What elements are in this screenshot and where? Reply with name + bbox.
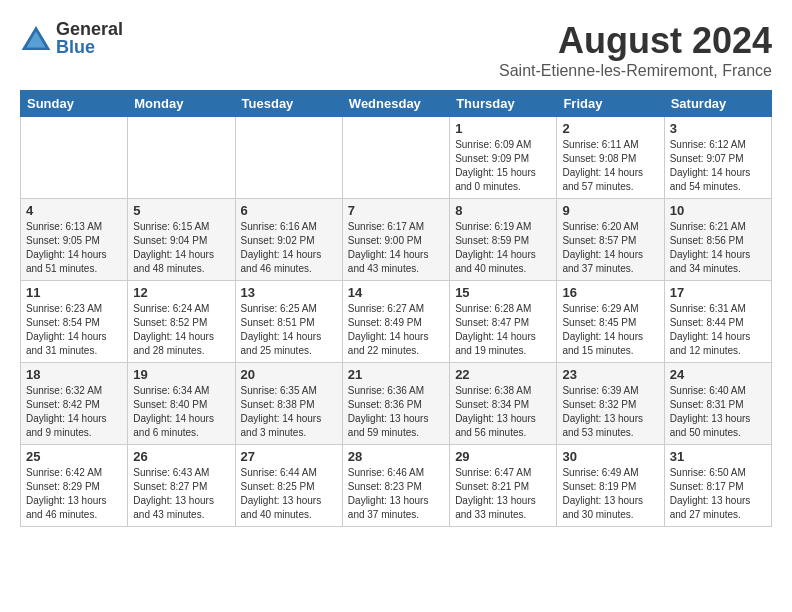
day-info: Sunrise: 6:25 AMSunset: 8:51 PMDaylight:… [241, 302, 337, 358]
day-number: 16 [562, 285, 658, 300]
day-info: Sunrise: 6:16 AMSunset: 9:02 PMDaylight:… [241, 220, 337, 276]
header: General Blue August 2024 Saint-Etienne-l… [20, 20, 772, 80]
day-number: 23 [562, 367, 658, 382]
day-info: Sunrise: 6:35 AMSunset: 8:38 PMDaylight:… [241, 384, 337, 440]
day-number: 25 [26, 449, 122, 464]
calendar-cell: 4Sunrise: 6:13 AMSunset: 9:05 PMDaylight… [21, 199, 128, 281]
day-number: 6 [241, 203, 337, 218]
day-number: 2 [562, 121, 658, 136]
day-info: Sunrise: 6:49 AMSunset: 8:19 PMDaylight:… [562, 466, 658, 522]
calendar-cell: 28Sunrise: 6:46 AMSunset: 8:23 PMDayligh… [342, 445, 449, 527]
week-row-1: 1Sunrise: 6:09 AMSunset: 9:09 PMDaylight… [21, 117, 772, 199]
day-info: Sunrise: 6:42 AMSunset: 8:29 PMDaylight:… [26, 466, 122, 522]
calendar-cell: 13Sunrise: 6:25 AMSunset: 8:51 PMDayligh… [235, 281, 342, 363]
calendar-cell: 8Sunrise: 6:19 AMSunset: 8:59 PMDaylight… [450, 199, 557, 281]
calendar-cell: 3Sunrise: 6:12 AMSunset: 9:07 PMDaylight… [664, 117, 771, 199]
day-number: 20 [241, 367, 337, 382]
day-info: Sunrise: 6:24 AMSunset: 8:52 PMDaylight:… [133, 302, 229, 358]
calendar-cell [128, 117, 235, 199]
day-number: 14 [348, 285, 444, 300]
day-info: Sunrise: 6:40 AMSunset: 8:31 PMDaylight:… [670, 384, 766, 440]
day-number: 4 [26, 203, 122, 218]
day-number: 30 [562, 449, 658, 464]
calendar-cell: 12Sunrise: 6:24 AMSunset: 8:52 PMDayligh… [128, 281, 235, 363]
day-info: Sunrise: 6:31 AMSunset: 8:44 PMDaylight:… [670, 302, 766, 358]
calendar-cell: 1Sunrise: 6:09 AMSunset: 9:09 PMDaylight… [450, 117, 557, 199]
header-thursday: Thursday [450, 91, 557, 117]
day-info: Sunrise: 6:17 AMSunset: 9:00 PMDaylight:… [348, 220, 444, 276]
day-info: Sunrise: 6:36 AMSunset: 8:36 PMDaylight:… [348, 384, 444, 440]
week-row-4: 18Sunrise: 6:32 AMSunset: 8:42 PMDayligh… [21, 363, 772, 445]
calendar-cell: 24Sunrise: 6:40 AMSunset: 8:31 PMDayligh… [664, 363, 771, 445]
day-number: 3 [670, 121, 766, 136]
calendar-cell: 9Sunrise: 6:20 AMSunset: 8:57 PMDaylight… [557, 199, 664, 281]
day-number: 27 [241, 449, 337, 464]
calendar-cell: 25Sunrise: 6:42 AMSunset: 8:29 PMDayligh… [21, 445, 128, 527]
day-info: Sunrise: 6:15 AMSunset: 9:04 PMDaylight:… [133, 220, 229, 276]
day-info: Sunrise: 6:28 AMSunset: 8:47 PMDaylight:… [455, 302, 551, 358]
logo: General Blue [20, 20, 123, 56]
calendar-cell: 16Sunrise: 6:29 AMSunset: 8:45 PMDayligh… [557, 281, 664, 363]
calendar-cell [342, 117, 449, 199]
day-number: 19 [133, 367, 229, 382]
header-row: SundayMondayTuesdayWednesdayThursdayFrid… [21, 91, 772, 117]
calendar-cell: 5Sunrise: 6:15 AMSunset: 9:04 PMDaylight… [128, 199, 235, 281]
day-info: Sunrise: 6:32 AMSunset: 8:42 PMDaylight:… [26, 384, 122, 440]
day-info: Sunrise: 6:23 AMSunset: 8:54 PMDaylight:… [26, 302, 122, 358]
day-number: 12 [133, 285, 229, 300]
header-saturday: Saturday [664, 91, 771, 117]
day-number: 7 [348, 203, 444, 218]
calendar-cell: 27Sunrise: 6:44 AMSunset: 8:25 PMDayligh… [235, 445, 342, 527]
day-info: Sunrise: 6:13 AMSunset: 9:05 PMDaylight:… [26, 220, 122, 276]
day-number: 13 [241, 285, 337, 300]
day-info: Sunrise: 6:12 AMSunset: 9:07 PMDaylight:… [670, 138, 766, 194]
day-info: Sunrise: 6:11 AMSunset: 9:08 PMDaylight:… [562, 138, 658, 194]
location-title: Saint-Etienne-les-Remiremont, France [499, 62, 772, 80]
day-number: 1 [455, 121, 551, 136]
day-number: 22 [455, 367, 551, 382]
day-number: 26 [133, 449, 229, 464]
day-info: Sunrise: 6:46 AMSunset: 8:23 PMDaylight:… [348, 466, 444, 522]
week-row-2: 4Sunrise: 6:13 AMSunset: 9:05 PMDaylight… [21, 199, 772, 281]
week-row-5: 25Sunrise: 6:42 AMSunset: 8:29 PMDayligh… [21, 445, 772, 527]
week-row-3: 11Sunrise: 6:23 AMSunset: 8:54 PMDayligh… [21, 281, 772, 363]
day-info: Sunrise: 6:09 AMSunset: 9:09 PMDaylight:… [455, 138, 551, 194]
day-info: Sunrise: 6:20 AMSunset: 8:57 PMDaylight:… [562, 220, 658, 276]
day-info: Sunrise: 6:50 AMSunset: 8:17 PMDaylight:… [670, 466, 766, 522]
calendar-cell: 15Sunrise: 6:28 AMSunset: 8:47 PMDayligh… [450, 281, 557, 363]
logo-text: General Blue [56, 20, 123, 56]
month-title: August 2024 [499, 20, 772, 62]
calendar-cell: 21Sunrise: 6:36 AMSunset: 8:36 PMDayligh… [342, 363, 449, 445]
calendar-cell: 2Sunrise: 6:11 AMSunset: 9:08 PMDaylight… [557, 117, 664, 199]
calendar-cell: 30Sunrise: 6:49 AMSunset: 8:19 PMDayligh… [557, 445, 664, 527]
calendar-cell: 6Sunrise: 6:16 AMSunset: 9:02 PMDaylight… [235, 199, 342, 281]
day-number: 29 [455, 449, 551, 464]
day-info: Sunrise: 6:38 AMSunset: 8:34 PMDaylight:… [455, 384, 551, 440]
day-number: 8 [455, 203, 551, 218]
day-number: 10 [670, 203, 766, 218]
logo-general-text: General [56, 20, 123, 38]
day-info: Sunrise: 6:27 AMSunset: 8:49 PMDaylight:… [348, 302, 444, 358]
calendar-cell [235, 117, 342, 199]
calendar-cell [21, 117, 128, 199]
logo-blue-text: Blue [56, 38, 123, 56]
calendar-cell: 11Sunrise: 6:23 AMSunset: 8:54 PMDayligh… [21, 281, 128, 363]
calendar-cell: 31Sunrise: 6:50 AMSunset: 8:17 PMDayligh… [664, 445, 771, 527]
day-info: Sunrise: 6:43 AMSunset: 8:27 PMDaylight:… [133, 466, 229, 522]
header-tuesday: Tuesday [235, 91, 342, 117]
day-info: Sunrise: 6:19 AMSunset: 8:59 PMDaylight:… [455, 220, 551, 276]
logo-icon [20, 22, 52, 54]
day-number: 28 [348, 449, 444, 464]
day-info: Sunrise: 6:44 AMSunset: 8:25 PMDaylight:… [241, 466, 337, 522]
calendar-cell: 22Sunrise: 6:38 AMSunset: 8:34 PMDayligh… [450, 363, 557, 445]
calendar-cell: 14Sunrise: 6:27 AMSunset: 8:49 PMDayligh… [342, 281, 449, 363]
day-info: Sunrise: 6:39 AMSunset: 8:32 PMDaylight:… [562, 384, 658, 440]
header-monday: Monday [128, 91, 235, 117]
day-info: Sunrise: 6:47 AMSunset: 8:21 PMDaylight:… [455, 466, 551, 522]
day-number: 11 [26, 285, 122, 300]
header-friday: Friday [557, 91, 664, 117]
calendar-cell: 29Sunrise: 6:47 AMSunset: 8:21 PMDayligh… [450, 445, 557, 527]
day-number: 18 [26, 367, 122, 382]
title-area: August 2024 Saint-Etienne-les-Remiremont… [499, 20, 772, 80]
day-number: 5 [133, 203, 229, 218]
